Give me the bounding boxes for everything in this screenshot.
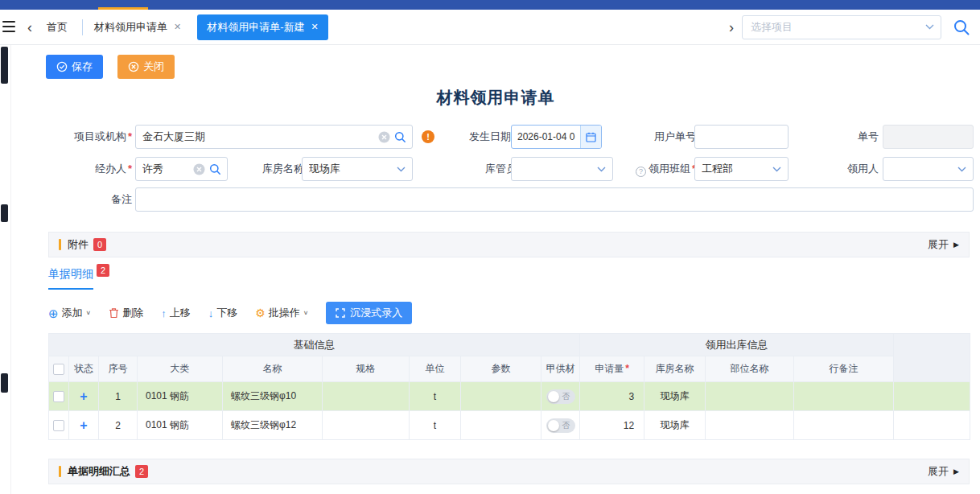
search-icon[interactable] (953, 19, 970, 36)
tab-close-icon[interactable]: ✕ (174, 22, 181, 32)
user-no-input[interactable] (695, 126, 788, 148)
close-button[interactable]: 关闭 (117, 55, 175, 79)
table-row[interactable]: + 2 0101 钢筋 螺纹三级钢φ12 t 否 12 现场库 (49, 411, 970, 440)
tab-home[interactable]: 首页 (40, 20, 82, 35)
clear-icon[interactable] (193, 163, 205, 175)
close-button-label: 关闭 (143, 60, 164, 74)
project-select-input[interactable] (751, 21, 920, 33)
col-status: 状态 (69, 356, 99, 382)
recipient-select[interactable] (883, 157, 974, 181)
row-seq-cell: 1 (99, 382, 138, 411)
row-select-cell (49, 411, 69, 440)
col-qty: 申请量* (580, 356, 644, 382)
trash-icon (109, 307, 119, 319)
row-remark-cell[interactable] (794, 411, 894, 440)
fullscreen-icon (336, 308, 345, 318)
search-icon[interactable] (394, 131, 406, 143)
arrow-up-icon: ↑ (161, 307, 167, 319)
owner-supplied-toggle[interactable]: 否 (546, 418, 575, 433)
user-no-field[interactable] (694, 125, 789, 149)
table-row[interactable]: + 1 0101 钢筋 螺纹三级钢φ10 t 否 3 现场库 (49, 382, 970, 411)
batch-ops-button[interactable]: ⚙ 批操作 ∨ (255, 306, 308, 320)
warehouse-value: 现场库 (309, 162, 397, 176)
tab-close-icon[interactable]: ✕ (311, 22, 319, 32)
date-field[interactable]: 2026-01-04 0 (511, 125, 602, 149)
move-down-button[interactable]: ↓ 下移 (208, 306, 238, 320)
row-warehouse-cell[interactable]: 现场库 (644, 411, 706, 440)
tab-material-request[interactable]: 材料领用申请单 ✕ (84, 14, 191, 40)
immersive-entry-label: 沉浸式录入 (350, 306, 402, 320)
tab-material-request-new[interactable]: 材料领用申请单-新建 ✕ (197, 14, 328, 40)
new-row-icon: + (80, 418, 87, 432)
col-warehouse: 库房名称 (644, 356, 706, 382)
menu-icon[interactable] (2, 21, 15, 32)
tab-label: 材料领用申请单 (94, 20, 167, 35)
toggle-knob (548, 391, 559, 402)
date-label: 发生日期* (452, 125, 517, 149)
delete-button[interactable]: 删除 (109, 306, 143, 320)
row-name-cell: 螺纹三级钢φ10 (223, 382, 323, 411)
row-filler-cell (894, 382, 970, 411)
save-button[interactable]: 保存 (46, 55, 103, 79)
tabs-scroll-left-icon[interactable]: ‹ (19, 20, 40, 35)
app-window: ‹ 首页 材料领用申请单 ✕ 材料领用申请单-新建 ✕ › 保存 (0, 0, 980, 494)
move-down-label: 下移 (216, 306, 237, 320)
warehouse-label: 库房名称* (233, 157, 310, 181)
form-row-1: 项目或机构* ! 发生日期* 2026-01-04 0 用户单号 单号 (11, 125, 980, 149)
clear-icon[interactable] (378, 131, 390, 143)
left-rail-segment (1, 373, 8, 393)
select-all-checkbox[interactable] (53, 364, 64, 375)
row-param-cell (461, 411, 541, 440)
team-select[interactable]: 工程部 (694, 157, 789, 181)
new-row-icon: + (80, 389, 87, 403)
row-part-cell[interactable] (706, 382, 794, 411)
project-select[interactable] (742, 15, 941, 39)
date-value: 2026-01-04 0 (512, 126, 580, 148)
remark-input[interactable] (136, 188, 973, 211)
info-icon[interactable]: ! (422, 130, 434, 143)
delete-label: 删除 (122, 306, 143, 320)
col-part: 部位名称 (706, 356, 794, 382)
immersive-entry-button[interactable]: 沉浸式录入 (326, 302, 412, 324)
project-field[interactable] (135, 125, 413, 149)
summary-expand-button[interactable]: 展开 ▶ (928, 464, 959, 479)
calendar-icon[interactable] (580, 126, 601, 148)
row-qty-cell[interactable]: 12 (580, 411, 644, 440)
row-remark-cell[interactable] (794, 382, 894, 411)
user-no-label: 用户单号 (635, 125, 696, 149)
col-unit: 单位 (410, 356, 461, 382)
table-group-header-row: 基础信息 领用出库信息 (49, 334, 970, 356)
add-button[interactable]: ⊕ 添加 ∨ (48, 306, 91, 320)
row-checkbox[interactable] (53, 391, 64, 402)
row-qty-cell[interactable]: 3 (580, 382, 644, 411)
summary-section: 单据明细汇总 2 展开 ▶ (48, 459, 970, 484)
tab-detail[interactable]: 单据明细 (48, 267, 93, 290)
form-row-3: 备注 (11, 187, 980, 212)
row-param-cell (461, 382, 541, 411)
row-warehouse-cell[interactable]: 现场库 (644, 382, 706, 411)
help-icon[interactable]: ? (636, 167, 646, 177)
chevron-down-icon (957, 167, 966, 172)
remark-field[interactable] (135, 187, 974, 212)
chevron-down-icon (772, 167, 781, 172)
project-input[interactable] (136, 126, 412, 148)
move-up-button[interactable]: ↑ 上移 (161, 306, 191, 320)
attachments-expand-button[interactable]: 展开 ▶ (928, 237, 959, 252)
expand-label: 展开 (928, 237, 949, 252)
tabs-scroll-right-icon[interactable]: › (721, 20, 742, 35)
expand-arrow-icon: ▶ (953, 241, 959, 249)
left-rail-segment (1, 204, 8, 222)
warehouse-select[interactable]: 现场库 (302, 157, 413, 181)
summary-label: 单据明细汇总 (68, 464, 130, 479)
owner-supplied-toggle[interactable]: 否 (546, 389, 575, 404)
row-unit-cell: t (410, 411, 461, 440)
row-part-cell[interactable] (706, 411, 794, 440)
expand-label: 展开 (928, 464, 949, 479)
row-checkbox[interactable] (53, 420, 64, 431)
handler-field[interactable] (135, 157, 228, 181)
search-icon[interactable] (209, 163, 221, 175)
col-row-remark: 行备注 (794, 356, 894, 382)
col-category: 大类 (138, 356, 223, 382)
tab-label: 材料领用申请单-新建 (207, 20, 304, 35)
row-select-cell (49, 382, 69, 411)
